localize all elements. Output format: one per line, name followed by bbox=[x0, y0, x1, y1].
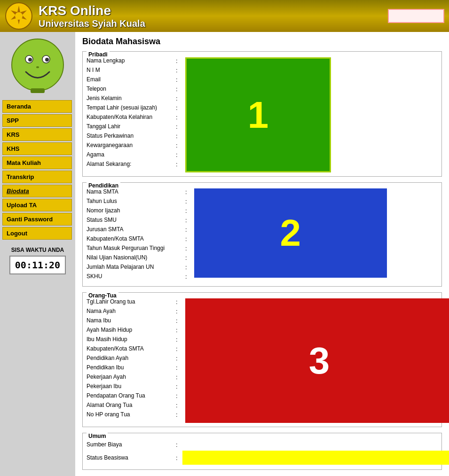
nav-mata-kuliah[interactable]: Mata Kuliah bbox=[2, 156, 72, 169]
field-pekerjaan-ayah: Pekerjaan Ayah : bbox=[87, 374, 181, 382]
nav-spp[interactable]: SPP bbox=[2, 114, 72, 127]
field-tahun-masuk: Tahun Masuk Perguruan Tinggi : bbox=[87, 245, 189, 253]
field-pendidikan-ibu: Pendidikan Ibu : bbox=[87, 364, 181, 373]
pribadi-fields: Nama Lengkap : N I M : Email : Telepon : bbox=[87, 57, 181, 172]
header-title: KRS Online Universitas Syiah Kuala bbox=[39, 3, 145, 29]
timer-display: 00:11:20 bbox=[9, 256, 66, 274]
field-telepon: Telepon : bbox=[87, 86, 181, 94]
section-pribadi-title: Pribadi bbox=[87, 51, 110, 58]
section-pendidikan: Pendidikan Nama SMTA : Tahun Lulus : Nom… bbox=[82, 182, 442, 287]
header: KRS Online Universitas Syiah Kuala bbox=[0, 0, 449, 32]
svg-point-2 bbox=[15, 12, 23, 20]
field-nama-lengkap: Nama Lengkap : bbox=[87, 57, 181, 66]
svg-point-3 bbox=[12, 39, 63, 91]
field-pendapatan-ortu: Pendapatan Orang Tua : bbox=[87, 392, 181, 401]
field-tempat-lahir: Tempat Lahir (sesuai ijazah) : bbox=[87, 104, 181, 113]
field-jurusan-smta: Jurusan SMTA : bbox=[87, 226, 189, 234]
nav-biodata[interactable]: Biodata bbox=[2, 185, 72, 197]
field-ibu-masih-hidup: Ibu Masih Hidup : bbox=[87, 336, 181, 344]
field-nomor-ijazah: Nomor Ijazah : bbox=[87, 207, 189, 216]
main-content: Biodata Mahasiswa Pribadi Nama Lengkap :… bbox=[75, 32, 449, 476]
section-orang-tua-title: Orang-Tua bbox=[87, 292, 118, 299]
avatar bbox=[9, 37, 66, 93]
field-pekerjaan-ibu: Pekerjaan Ibu : bbox=[87, 383, 181, 391]
section-orang-tua: Orang-Tua Tgl.Lahir Orang tua : Nama Aya… bbox=[82, 292, 442, 427]
section-umum-title: Umum bbox=[87, 433, 108, 439]
sidebar: Beranda SPP KRS KHS Mata Kuliah Transkri… bbox=[0, 32, 75, 476]
field-nama-ibu: Nama Ibu : bbox=[87, 317, 181, 326]
orang-tua-image: 3 bbox=[185, 298, 449, 423]
field-skhu: SKHU : bbox=[87, 273, 189, 281]
site-name-line1: KRS Online bbox=[39, 3, 145, 18]
field-tahun-lulus: Tahun Lulus : bbox=[87, 198, 189, 206]
svg-rect-9 bbox=[31, 88, 45, 93]
field-sumber-biaya: Sumber Biaya : bbox=[87, 440, 438, 449]
layout: Beranda SPP KRS KHS Mata Kuliah Transkri… bbox=[0, 32, 449, 476]
svg-point-6 bbox=[28, 58, 32, 62]
field-nama-ayah: Nama Ayah : bbox=[87, 308, 181, 316]
svg-point-8 bbox=[36, 66, 39, 68]
nav-transkrip[interactable]: Transkrip bbox=[2, 171, 72, 183]
field-pendidikan-ayah: Pendidikan Ayah : bbox=[87, 355, 181, 363]
site-name-line2: Universitas Syiah Kuala bbox=[39, 18, 145, 29]
nav-ganti-password[interactable]: Ganti Password bbox=[2, 213, 72, 226]
field-agama: Agama : bbox=[87, 151, 181, 160]
nav-upload-ta[interactable]: Upload TA bbox=[2, 199, 72, 211]
field-jumlah-mapel-un: Jumlah Mata Pelajaran UN : bbox=[87, 264, 189, 272]
field-nilai-un: Nilai Ujian Nasional(UN) : bbox=[87, 254, 189, 263]
field-kab-kota-kelahiran: Kabupaten/Kota Kelahiran : bbox=[87, 114, 181, 122]
field-tgl-lahir-ortu: Tgl.Lahir Orang tua : bbox=[87, 298, 181, 307]
svg-point-7 bbox=[45, 58, 49, 62]
section-pribadi: Pribadi Nama Lengkap : N I M : Email : bbox=[82, 51, 442, 177]
field-ayah-masih-hidup: Ayah Masih Hidup : bbox=[87, 327, 181, 335]
orang-tua-fields: Tgl.Lahir Orang tua : Nama Ayah : Nama I… bbox=[87, 298, 181, 423]
timer-section: SISA WAKTU ANDA 00:11:20 bbox=[2, 247, 73, 274]
field-kab-kota-smta-ortu: Kabupaten/Kota SMTA : bbox=[87, 345, 181, 354]
field-kewarganegaraan: Kewarganegaraan : bbox=[87, 142, 181, 150]
field-status-smu: Status SMU : bbox=[87, 217, 189, 225]
field-status-perkawinan: Status Perkawinan : bbox=[87, 133, 181, 141]
field-nim: N I M : bbox=[87, 67, 181, 75]
field-status-beasiswa: Status Beasiswa : bbox=[87, 451, 438, 465]
field-no-hp-ortu: No HP orang Tua : bbox=[87, 411, 181, 420]
pendidikan-image: 2 bbox=[194, 188, 387, 278]
section-pendidikan-title: Pendidikan bbox=[87, 182, 120, 189]
field-alamat-ortu: Alamat Orang Tua : bbox=[87, 402, 181, 410]
pribadi-image: 1 bbox=[185, 57, 331, 172]
field-kab-kota-smta: Kabupaten/Kota SMTA : bbox=[87, 235, 189, 244]
page-title: Biodata Mahasiswa bbox=[82, 37, 442, 47]
avatar-container bbox=[2, 37, 73, 93]
field-email: Email : bbox=[87, 76, 181, 85]
nav-krs[interactable]: KRS bbox=[2, 128, 72, 141]
timer-label: SISA WAKTU ANDA bbox=[2, 247, 73, 253]
pendidikan-fields: Nama SMTA : Tahun Lulus : Nomor Ijazah :… bbox=[87, 188, 189, 282]
nav-logout[interactable]: Logout bbox=[2, 227, 72, 240]
nav-khs[interactable]: KHS bbox=[2, 142, 72, 155]
umum-dropdown[interactable] bbox=[182, 451, 449, 465]
nav-beranda[interactable]: Beranda bbox=[2, 100, 72, 113]
field-alamat-sekarang: Alamat Sekarang: : bbox=[87, 161, 181, 169]
field-nama-smta: Nama SMTA : bbox=[87, 188, 189, 197]
field-tanggal-lahir: Tanggal Lahir : bbox=[87, 123, 181, 132]
field-jenis-kelamin: Jenis Kelamin : bbox=[87, 95, 181, 103]
section-umum: Umum Sumber Biaya : Status Beasiswa : bbox=[82, 433, 442, 470]
university-logo bbox=[5, 2, 33, 30]
header-search-input[interactable] bbox=[388, 9, 444, 23]
